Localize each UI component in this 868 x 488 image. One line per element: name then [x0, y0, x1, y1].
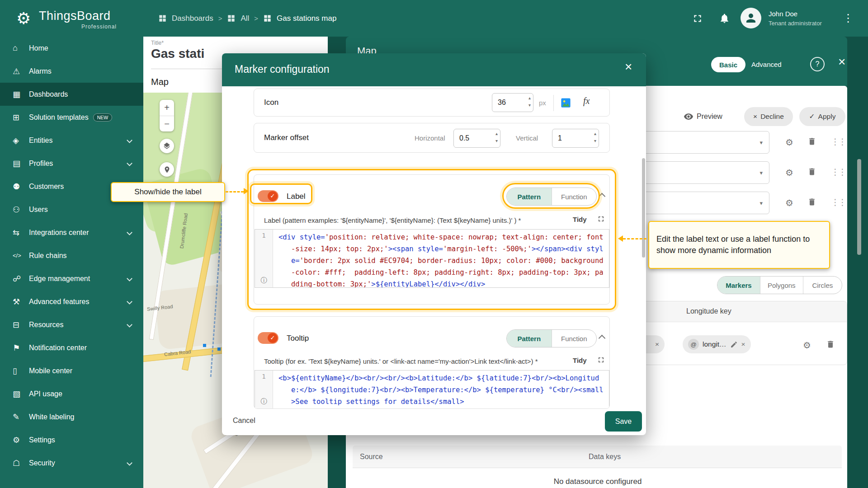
cancel-button[interactable]: Cancel: [233, 417, 255, 425]
map-marker-handle[interactable]: [203, 344, 206, 347]
map-zoom-control[interactable]: + −: [160, 100, 174, 131]
user-avatar[interactable]: [741, 8, 761, 28]
sidebar-item-edge-management[interactable]: ☍Edge management: [0, 267, 143, 290]
zoom-in-button[interactable]: +: [160, 100, 174, 116]
sidebar-item-white-labeling[interactable]: ✎White labeling: [0, 405, 143, 428]
map-layers-button[interactable]: [160, 139, 174, 153]
line-number: 1: [255, 373, 273, 380]
step-down-icon[interactable]: ▾: [528, 103, 531, 110]
sidebar-item-dashboards[interactable]: ▦Dashboards: [0, 83, 143, 106]
layer-settings-gear-icon[interactable]: ⚙: [785, 197, 793, 208]
icon-size-input[interactable]: 36 ▴▾: [492, 93, 533, 112]
editor-info-icon[interactable]: ⓘ: [255, 398, 273, 406]
tooltip-pattern-tab[interactable]: Pattern: [507, 330, 552, 347]
shape-type-tabs: Markers Polygons Circles: [717, 276, 842, 294]
tooltip-code-content[interactable]: <b>${entityName}</b><br/><br/><b>Latitud…: [273, 371, 609, 408]
help-button[interactable]: ?: [810, 57, 825, 71]
decline-button[interactable]: ×Decline: [744, 107, 793, 126]
icon-function-button[interactable]: fx: [583, 96, 590, 106]
edit-key-pencil-icon[interactable]: [730, 341, 738, 348]
label-toggle[interactable]: ✓: [258, 190, 278, 202]
collapse-chevron-icon[interactable]: [599, 335, 606, 342]
drag-handle-icon[interactable]: ⋮⋮: [831, 167, 845, 177]
step-up-icon[interactable]: ▴: [594, 131, 596, 139]
data-key-chip[interactable]: @ longit… ×: [683, 335, 751, 353]
vertical-offset-input[interactable]: 1 ▴▾: [552, 129, 599, 148]
tooltip-function-tab[interactable]: Function: [552, 330, 597, 347]
map-marker-handle[interactable]: [217, 347, 221, 351]
drag-handle-icon[interactable]: ⋮⋮: [831, 197, 845, 207]
fullscreen-icon[interactable]: [692, 13, 703, 24]
tab-polygons[interactable]: Polygons: [760, 277, 803, 294]
breadcrumb-dashboards[interactable]: Dashboards: [172, 14, 213, 23]
dashboard-title-input[interactable]: Gas stati: [151, 47, 204, 61]
layer-delete-icon[interactable]: [807, 167, 816, 176]
sidebar-item-integrations-center[interactable]: ⇆Integrations center: [0, 221, 143, 244]
tab-markers[interactable]: Markers: [717, 277, 760, 294]
key-delete-icon[interactable]: [826, 340, 835, 349]
tooltip-toggle[interactable]: ✓: [258, 332, 278, 344]
key-settings-gear-icon[interactable]: ⚙: [803, 340, 811, 351]
label-pattern-tab[interactable]: Pattern: [507, 188, 552, 205]
sidebar-item-rule-chains[interactable]: </>Rule chains: [0, 244, 143, 267]
tooltip-tidy-button[interactable]: Tidy: [573, 357, 587, 364]
apply-button[interactable]: ✓Apply: [799, 107, 845, 126]
layer-settings-gear-icon[interactable]: ⚙: [785, 167, 793, 178]
sidebar-item-alarms[interactable]: ⚠Alarms: [0, 60, 143, 83]
sidebar-item-home[interactable]: ⌂Home: [0, 37, 143, 60]
sidebar-item-settings[interactable]: ⚙Settings: [0, 428, 143, 451]
remove-key-icon[interactable]: ×: [655, 340, 659, 348]
icon-size-stepper[interactable]: ▴▾: [528, 96, 531, 110]
breadcrumb-all[interactable]: All: [241, 14, 249, 23]
modal-scrollbar[interactable]: [642, 158, 645, 258]
config-close-icon[interactable]: ×: [838, 55, 845, 69]
horizontal-offset-stepper[interactable]: ▴▾: [495, 131, 498, 146]
sidebar-item-advanced-features[interactable]: ⚒Advanced features: [0, 290, 143, 313]
icon-gallery-button[interactable]: [560, 97, 572, 109]
drag-handle-icon[interactable]: ⋮⋮: [831, 136, 845, 147]
label-function-tab[interactable]: Function: [552, 188, 597, 205]
notifications-bell-icon[interactable]: [719, 13, 730, 24]
modal-close-icon[interactable]: ×: [625, 60, 632, 74]
notification-flag-icon: ⚑: [13, 343, 29, 353]
sidebar-item-security[interactable]: ☖Security: [0, 451, 143, 474]
save-button[interactable]: Save: [605, 411, 642, 432]
layer-delete-icon[interactable]: [807, 137, 816, 146]
label-code-editor[interactable]: 1 ⓘ <div style='position: relative; whit…: [255, 229, 609, 288]
layer-settings-gear-icon[interactable]: ⚙: [785, 137, 793, 148]
sidebar-item-mobile-center[interactable]: ▯Mobile center: [0, 359, 143, 382]
tooltip-editor-fullscreen-icon[interactable]: [597, 356, 605, 364]
step-up-icon[interactable]: ▴: [528, 96, 531, 103]
dashboards-grid-icon: [158, 14, 167, 23]
label-code-content[interactable]: <div style='position: relative; white-sp…: [273, 230, 609, 287]
sidebar-item-profiles[interactable]: ▤Profiles: [0, 152, 143, 175]
kebab-menu-icon[interactable]: ⋮: [843, 12, 854, 24]
step-down-icon[interactable]: ▾: [594, 139, 596, 146]
api-usage-chart-icon: ▧: [13, 389, 29, 399]
advanced-mode-tab[interactable]: Advanced: [751, 61, 782, 68]
label-tidy-button[interactable]: Tidy: [573, 216, 587, 223]
layer-delete-icon[interactable]: [807, 197, 816, 206]
basic-mode-tab[interactable]: Basic: [711, 57, 745, 72]
tab-circles[interactable]: Circles: [803, 277, 842, 294]
collapse-chevron-icon[interactable]: [599, 193, 606, 200]
horizontal-offset-input[interactable]: 0.5 ▴▾: [453, 129, 500, 148]
editor-gutter: 1 ⓘ: [255, 230, 273, 287]
sidebar-item-notification-center[interactable]: ⚑Notification center: [0, 336, 143, 359]
editor-info-icon[interactable]: ⓘ: [255, 277, 273, 285]
zoom-out-button[interactable]: −: [160, 116, 174, 132]
sidebar-item-resources[interactable]: ⊟Resources: [0, 313, 143, 336]
step-up-icon[interactable]: ▴: [495, 131, 498, 139]
vertical-label: Vertical: [516, 134, 538, 142]
preview-button[interactable]: Preview: [684, 112, 722, 122]
vertical-offset-stepper[interactable]: ▴▾: [594, 131, 596, 146]
sidebar-item-solution-templates[interactable]: ⊞Solution templatesNEW: [0, 106, 143, 129]
map-location-button[interactable]: [160, 162, 174, 177]
tooltip-code-editor[interactable]: 1 ⓘ <b>${entityName}</b><br/><br/><b>Lat…: [255, 370, 609, 409]
page-scrollbar[interactable]: [857, 159, 861, 255]
sidebar-item-api-usage[interactable]: ▧API usage: [0, 382, 143, 405]
remove-key-icon[interactable]: ×: [741, 340, 745, 348]
label-editor-fullscreen-icon[interactable]: [597, 215, 605, 223]
step-down-icon[interactable]: ▾: [495, 139, 498, 146]
sidebar-item-entities[interactable]: ◈Entities: [0, 129, 143, 152]
